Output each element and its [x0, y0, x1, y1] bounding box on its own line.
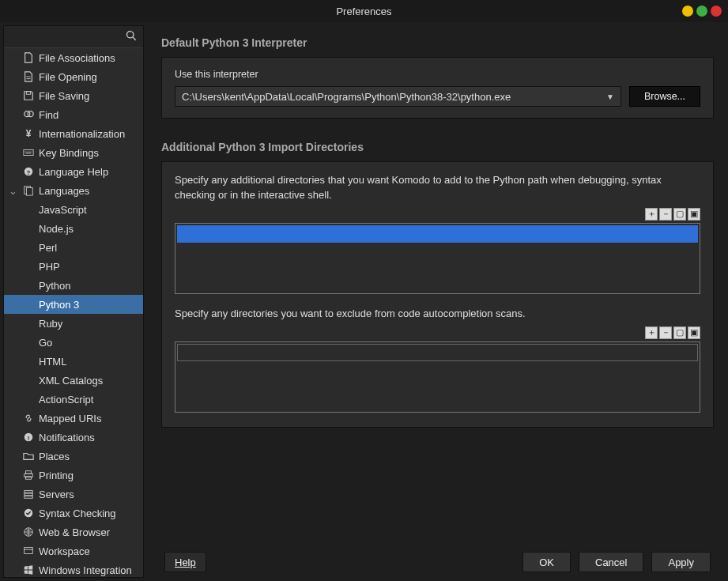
- tree-item-label: Ruby: [39, 318, 62, 330]
- tree-item-label: Find: [39, 109, 58, 121]
- alert-icon: !: [23, 432, 34, 443]
- moveup-exclude-button[interactable]: ▢: [673, 326, 686, 339]
- remove-exclude-button[interactable]: －: [659, 326, 672, 339]
- window-controls: [682, 6, 722, 17]
- tree-item-notifications[interactable]: !Notifications: [4, 428, 143, 447]
- tree-item-node-js[interactable]: Node.js: [4, 219, 143, 238]
- maximize-button[interactable]: [696, 6, 707, 17]
- tree-item-label: Places: [39, 451, 70, 462]
- import-desc: Specify any additional directories that …: [175, 173, 700, 203]
- tree-item-printing[interactable]: Printing: [4, 466, 143, 485]
- search-icon: [126, 30, 137, 43]
- tree-item-html[interactable]: HTML: [4, 352, 143, 371]
- tree-item-python[interactable]: Python: [4, 276, 143, 295]
- tree-item-label: HTML: [39, 356, 66, 368]
- link-icon: [23, 413, 34, 424]
- svg-rect-10: [26, 471, 32, 474]
- cancel-button[interactable]: Cancel: [579, 552, 643, 572]
- exclude-desc: Specify any directories you want to excl…: [175, 307, 700, 322]
- tree-item-php[interactable]: PHP: [4, 257, 143, 276]
- tree-item-language-help[interactable]: ?Language Help: [4, 162, 143, 181]
- include-list-selected-row[interactable]: [177, 225, 698, 243]
- svg-point-2: [28, 111, 33, 117]
- tree-item-label: Language Help: [39, 166, 108, 178]
- tree-item-syntax-checking[interactable]: Syntax Checking: [4, 504, 143, 523]
- tree-item-internationalization[interactable]: ¥Internationalization: [4, 124, 143, 143]
- preferences-tree[interactable]: File AssociationsFile OpeningFile Saving…: [4, 48, 143, 577]
- window-title: Preferences: [336, 6, 391, 17]
- movedown-include-button[interactable]: ▣: [688, 208, 700, 221]
- include-listbox[interactable]: [175, 223, 700, 294]
- tree-item-perl[interactable]: Perl: [4, 238, 143, 257]
- svg-text:!: !: [28, 435, 30, 442]
- add-exclude-button[interactable]: ＋: [645, 326, 658, 339]
- svg-rect-7: [26, 188, 32, 196]
- svg-rect-15: [25, 496, 33, 499]
- tree-item-languages[interactable]: ⌄Languages: [4, 181, 143, 200]
- ok-button[interactable]: OK: [522, 552, 571, 572]
- tree-item-label: Go: [39, 337, 52, 349]
- exclude-listbox[interactable]: [175, 341, 700, 413]
- tree-item-label: Languages: [39, 185, 89, 197]
- exclude-list-edit-row[interactable]: [177, 344, 698, 361]
- remove-include-button[interactable]: －: [659, 208, 672, 221]
- browse-button[interactable]: Browse...: [629, 86, 700, 107]
- minimize-button[interactable]: [682, 6, 693, 17]
- tree-item-key-bindings[interactable]: Key Bindings: [4, 143, 143, 162]
- tree-item-xml-catalogs[interactable]: XML Catalogs: [4, 371, 143, 390]
- tree-item-find[interactable]: Find: [4, 105, 143, 124]
- tree-item-web-browser[interactable]: Web & Browser: [4, 523, 143, 541]
- print-icon: [23, 470, 34, 481]
- svg-text:?: ?: [27, 169, 31, 176]
- tree-item-actionscript[interactable]: ActionScript: [4, 390, 143, 409]
- close-button[interactable]: [711, 6, 722, 17]
- tree-item-file-opening[interactable]: File Opening: [4, 67, 143, 86]
- tree-item-windows-integration[interactable]: Windows Integration: [4, 560, 143, 577]
- workspace-icon: [23, 545, 34, 556]
- tree-item-label: Mapped URIs: [39, 413, 101, 424]
- tree-item-places[interactable]: Places: [4, 447, 143, 466]
- tree-item-label: Internationalization: [39, 128, 125, 140]
- chevron-down-icon: ▼: [606, 92, 614, 101]
- tree-item-label: Syntax Checking: [39, 507, 116, 519]
- tree-item-go[interactable]: Go: [4, 333, 143, 352]
- help-button[interactable]: Help: [164, 552, 206, 572]
- svg-rect-18: [25, 548, 33, 554]
- interpreter-value: C:\Users\kent\AppData\Local\Programs\Pyt…: [182, 91, 511, 103]
- tree-item-label: PHP: [39, 261, 60, 273]
- tree-item-javascript[interactable]: JavaScript: [4, 200, 143, 219]
- check-icon: [23, 507, 34, 519]
- tree-item-label: Workspace: [39, 545, 90, 557]
- tree-item-file-saving[interactable]: File Saving: [4, 86, 143, 105]
- file-open-icon: [23, 71, 34, 82]
- add-include-button[interactable]: ＋: [645, 208, 658, 221]
- interpreter-combo[interactable]: C:\Users\kent\AppData\Local\Programs\Pyt…: [175, 86, 621, 107]
- interpreter-panel: Use this interpreter C:\Users\kent\AppDa…: [161, 57, 714, 119]
- moveup-include-button[interactable]: ▢: [673, 208, 686, 221]
- tree-item-label: File Saving: [39, 90, 89, 102]
- movedown-exclude-button[interactable]: ▣: [688, 326, 700, 339]
- tree-item-label: File Associations: [39, 52, 115, 64]
- keyboard-icon: [23, 147, 34, 158]
- tree-item-ruby[interactable]: Ruby: [4, 314, 143, 333]
- tree-item-python-3[interactable]: Python 3: [4, 295, 143, 314]
- tree-item-mapped-uris[interactable]: Mapped URIs: [4, 409, 143, 428]
- tree-item-label: ActionScript: [39, 394, 93, 406]
- tree-item-file-associations[interactable]: File Associations: [4, 48, 143, 67]
- tree-item-label: Node.js: [39, 223, 74, 235]
- server-icon: [23, 489, 34, 500]
- tree-item-label: Printing: [39, 470, 74, 481]
- sidebar-search[interactable]: [4, 26, 143, 48]
- yen-icon: ¥: [23, 128, 34, 139]
- sidebar: File AssociationsFile OpeningFile Saving…: [3, 25, 144, 578]
- tree-item-label: Web & Browser: [39, 526, 110, 538]
- tree-item-workspace[interactable]: Workspace: [4, 541, 143, 560]
- tree-item-label: File Opening: [39, 71, 97, 83]
- tree-item-label: Windows Integration: [39, 564, 132, 576]
- tree-item-servers[interactable]: Servers: [4, 485, 143, 504]
- exclude-list-controls: ＋ － ▢ ▣: [175, 326, 700, 339]
- interpreter-label: Use this interpreter: [175, 69, 700, 80]
- apply-button[interactable]: Apply: [651, 552, 711, 572]
- file-icon: [23, 52, 34, 63]
- content-area: Default Python 3 Interpreter Use this in…: [144, 22, 728, 581]
